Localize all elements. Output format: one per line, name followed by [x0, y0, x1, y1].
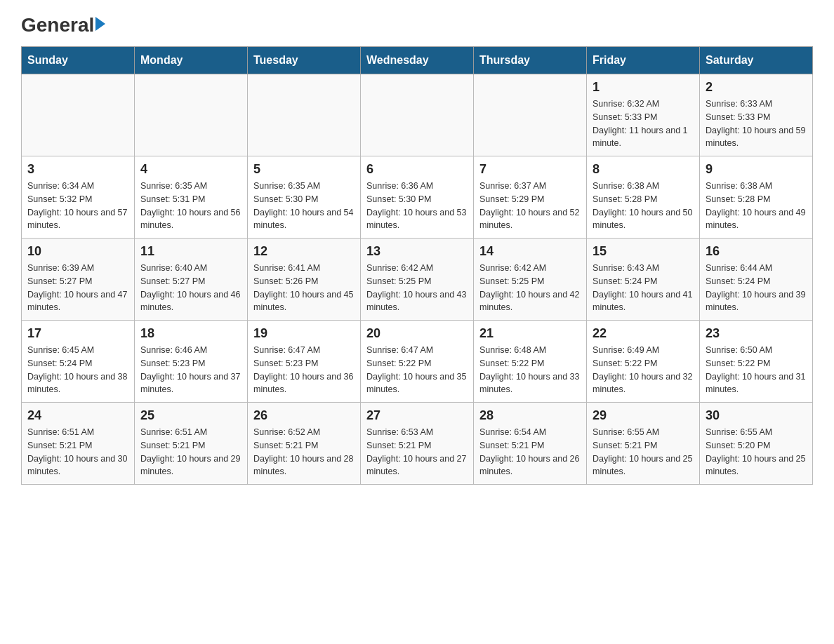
calendar-cell: 12Sunrise: 6:41 AMSunset: 5:26 PMDayligh…	[248, 239, 361, 321]
calendar-cell: 16Sunrise: 6:44 AMSunset: 5:24 PMDayligh…	[700, 239, 813, 321]
day-number: 7	[479, 162, 581, 177]
day-info: Sunrise: 6:38 AMSunset: 5:28 PMDaylight:…	[593, 180, 694, 232]
day-number: 21	[479, 326, 581, 341]
day-number: 3	[27, 162, 128, 177]
day-number: 23	[706, 326, 807, 341]
calendar-cell: 15Sunrise: 6:43 AMSunset: 5:24 PMDayligh…	[587, 239, 700, 321]
day-info: Sunrise: 6:53 AMSunset: 5:21 PMDaylight:…	[366, 426, 468, 478]
day-info: Sunrise: 6:50 AMSunset: 5:22 PMDaylight:…	[706, 344, 807, 396]
day-number: 29	[593, 408, 694, 423]
calendar-cell: 25Sunrise: 6:51 AMSunset: 5:21 PMDayligh…	[135, 403, 248, 485]
calendar-cell: 27Sunrise: 6:53 AMSunset: 5:21 PMDayligh…	[361, 403, 474, 485]
calendar-cell	[22, 74, 135, 156]
header-friday: Friday	[587, 47, 700, 74]
calendar-week-3: 10Sunrise: 6:39 AMSunset: 5:27 PMDayligh…	[22, 239, 813, 321]
day-info: Sunrise: 6:51 AMSunset: 5:21 PMDaylight:…	[27, 426, 128, 478]
calendar-cell: 17Sunrise: 6:45 AMSunset: 5:24 PMDayligh…	[22, 321, 135, 403]
calendar-cell: 26Sunrise: 6:52 AMSunset: 5:21 PMDayligh…	[248, 403, 361, 485]
calendar-cell: 6Sunrise: 6:36 AMSunset: 5:30 PMDaylight…	[361, 156, 474, 239]
calendar-cell: 19Sunrise: 6:47 AMSunset: 5:23 PMDayligh…	[248, 321, 361, 403]
day-info: Sunrise: 6:48 AMSunset: 5:22 PMDaylight:…	[479, 344, 581, 396]
day-info: Sunrise: 6:43 AMSunset: 5:24 PMDaylight:…	[593, 262, 694, 314]
calendar-cell: 9Sunrise: 6:38 AMSunset: 5:28 PMDaylight…	[700, 156, 813, 239]
day-info: Sunrise: 6:35 AMSunset: 5:31 PMDaylight:…	[140, 180, 241, 232]
day-number: 22	[593, 326, 694, 341]
day-info: Sunrise: 6:47 AMSunset: 5:23 PMDaylight:…	[253, 344, 355, 396]
day-info: Sunrise: 6:38 AMSunset: 5:28 PMDaylight:…	[706, 180, 807, 232]
calendar-week-5: 24Sunrise: 6:51 AMSunset: 5:21 PMDayligh…	[22, 403, 813, 485]
calendar-table: Sunday Monday Tuesday Wednesday Thursday…	[21, 46, 813, 485]
header-wednesday: Wednesday	[361, 47, 474, 74]
day-number: 12	[253, 244, 355, 259]
header-thursday: Thursday	[474, 47, 587, 74]
calendar-cell	[361, 74, 474, 156]
calendar-cell: 1Sunrise: 6:32 AMSunset: 5:33 PMDaylight…	[587, 74, 700, 156]
calendar-cell: 30Sunrise: 6:55 AMSunset: 5:20 PMDayligh…	[700, 403, 813, 485]
day-number: 11	[140, 244, 241, 259]
calendar-cell: 10Sunrise: 6:39 AMSunset: 5:27 PMDayligh…	[22, 239, 135, 321]
header-saturday: Saturday	[700, 47, 813, 74]
calendar-cell: 23Sunrise: 6:50 AMSunset: 5:22 PMDayligh…	[700, 321, 813, 403]
calendar-week-1: 1Sunrise: 6:32 AMSunset: 5:33 PMDaylight…	[22, 74, 813, 156]
day-info: Sunrise: 6:51 AMSunset: 5:21 PMDaylight:…	[140, 426, 241, 478]
day-number: 17	[27, 326, 128, 341]
day-number: 18	[140, 326, 241, 341]
day-number: 8	[593, 162, 694, 177]
day-info: Sunrise: 6:54 AMSunset: 5:21 PMDaylight:…	[479, 426, 581, 478]
calendar-cell: 13Sunrise: 6:42 AMSunset: 5:25 PMDayligh…	[361, 239, 474, 321]
day-info: Sunrise: 6:35 AMSunset: 5:30 PMDaylight:…	[253, 180, 355, 232]
calendar-cell	[248, 74, 361, 156]
day-number: 26	[253, 408, 355, 423]
day-number: 5	[253, 162, 355, 177]
day-number: 13	[366, 244, 468, 259]
day-number: 1	[593, 80, 694, 95]
day-info: Sunrise: 6:49 AMSunset: 5:22 PMDaylight:…	[593, 344, 694, 396]
header-tuesday: Tuesday	[248, 47, 361, 74]
logo-text: General	[21, 14, 108, 36]
day-number: 9	[706, 162, 807, 177]
day-info: Sunrise: 6:41 AMSunset: 5:26 PMDaylight:…	[253, 262, 355, 314]
day-info: Sunrise: 6:37 AMSunset: 5:29 PMDaylight:…	[479, 180, 581, 232]
day-number: 27	[366, 408, 468, 423]
day-info: Sunrise: 6:42 AMSunset: 5:25 PMDaylight:…	[366, 262, 468, 314]
day-info: Sunrise: 6:32 AMSunset: 5:33 PMDaylight:…	[593, 98, 694, 150]
calendar-cell: 2Sunrise: 6:33 AMSunset: 5:33 PMDaylight…	[700, 74, 813, 156]
day-number: 2	[706, 80, 807, 95]
day-number: 4	[140, 162, 241, 177]
calendar-cell: 18Sunrise: 6:46 AMSunset: 5:23 PMDayligh…	[135, 321, 248, 403]
calendar-cell: 5Sunrise: 6:35 AMSunset: 5:30 PMDaylight…	[248, 156, 361, 239]
day-number: 19	[253, 326, 355, 341]
calendar-cell	[474, 74, 587, 156]
day-info: Sunrise: 6:36 AMSunset: 5:30 PMDaylight:…	[366, 180, 468, 232]
calendar-cell: 29Sunrise: 6:55 AMSunset: 5:21 PMDayligh…	[587, 403, 700, 485]
day-info: Sunrise: 6:40 AMSunset: 5:27 PMDaylight:…	[140, 262, 241, 314]
calendar-cell: 11Sunrise: 6:40 AMSunset: 5:27 PMDayligh…	[135, 239, 248, 321]
header-sunday: Sunday	[22, 47, 135, 74]
day-info: Sunrise: 6:46 AMSunset: 5:23 PMDaylight:…	[140, 344, 241, 396]
day-number: 28	[479, 408, 581, 423]
day-number: 30	[706, 408, 807, 423]
day-info: Sunrise: 6:47 AMSunset: 5:22 PMDaylight:…	[366, 344, 468, 396]
page-header: General	[21, 14, 813, 32]
day-info: Sunrise: 6:45 AMSunset: 5:24 PMDaylight:…	[27, 344, 128, 396]
calendar-cell: 14Sunrise: 6:42 AMSunset: 5:25 PMDayligh…	[474, 239, 587, 321]
logo-triangle-icon	[95, 17, 105, 31]
day-info: Sunrise: 6:42 AMSunset: 5:25 PMDaylight:…	[479, 262, 581, 314]
header-monday: Monday	[135, 47, 248, 74]
calendar-cell: 3Sunrise: 6:34 AMSunset: 5:32 PMDaylight…	[22, 156, 135, 239]
day-info: Sunrise: 6:55 AMSunset: 5:20 PMDaylight:…	[706, 426, 807, 478]
calendar-cell: 24Sunrise: 6:51 AMSunset: 5:21 PMDayligh…	[22, 403, 135, 485]
day-number: 15	[593, 244, 694, 259]
day-number: 10	[27, 244, 128, 259]
day-info: Sunrise: 6:39 AMSunset: 5:27 PMDaylight:…	[27, 262, 128, 314]
calendar-cell: 22Sunrise: 6:49 AMSunset: 5:22 PMDayligh…	[587, 321, 700, 403]
day-info: Sunrise: 6:55 AMSunset: 5:21 PMDaylight:…	[593, 426, 694, 478]
day-number: 20	[366, 326, 468, 341]
logo-general: General	[21, 14, 94, 36]
day-info: Sunrise: 6:34 AMSunset: 5:32 PMDaylight:…	[27, 180, 128, 232]
calendar-cell: 21Sunrise: 6:48 AMSunset: 5:22 PMDayligh…	[474, 321, 587, 403]
calendar-cell: 20Sunrise: 6:47 AMSunset: 5:22 PMDayligh…	[361, 321, 474, 403]
day-number: 24	[27, 408, 128, 423]
day-info: Sunrise: 6:44 AMSunset: 5:24 PMDaylight:…	[706, 262, 807, 314]
calendar-cell: 4Sunrise: 6:35 AMSunset: 5:31 PMDaylight…	[135, 156, 248, 239]
